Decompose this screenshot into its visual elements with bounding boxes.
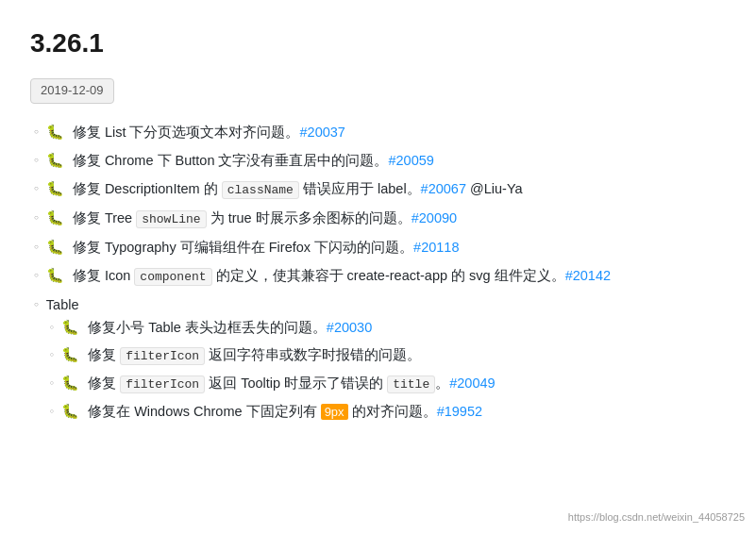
bug-icon: 🐛	[46, 267, 64, 283]
issue-link[interactable]: #20037	[300, 125, 345, 140]
item-text: 🐛 修复 filterIcon 返回字符串或数字时报错的问题。	[61, 343, 496, 367]
bullet: ○	[34, 183, 39, 195]
issue-link[interactable]: #20049	[449, 375, 495, 391]
code-filtericon2: filterIcon	[120, 375, 205, 393]
issue-link[interactable]: #19952	[437, 404, 482, 419]
bullet: ○	[34, 155, 39, 167]
code-title: title	[387, 375, 435, 393]
list-item: ○ 🐛 修复 Tree showLine 为 true 时展示多余图标的问题。#…	[30, 207, 726, 230]
issue-link[interactable]: #20059	[388, 153, 433, 168]
bullet: ○	[50, 377, 54, 388]
bug-icon: 🐛	[46, 152, 64, 168]
item-text: 🐛 修复 List 下分页选项文本对齐问题。#20037	[46, 121, 726, 143]
list-item: ○ 🐛 修复 DescriptionItem 的 className 错误应用于…	[30, 177, 726, 201]
bullet: ○	[34, 126, 39, 139]
table-sub-list: ○ 🐛 修复小号 Table 表头边框丢失的问题。#20030 ○ 🐛 修复 f…	[46, 316, 496, 423]
list-item: ○ 🐛 修复小号 Table 表头边框丢失的问题。#20030	[46, 316, 496, 339]
issue-link[interactable]: #20030	[327, 320, 372, 335]
issue-link[interactable]: #20067	[421, 181, 466, 196]
item-text: 🐛 修复小号 Table 表头边框丢失的问题。#20030	[61, 316, 496, 339]
bug-icon: 🐛	[46, 124, 64, 140]
code-component: component	[134, 268, 211, 286]
item-text: 🐛 修复 Chrome 下 Button 文字没有垂直居中的问题。#20059	[46, 149, 726, 172]
changelog-list: ○ 🐛 修复 List 下分页选项文本对齐问题。#20037 ○ 🐛 修复 Ch…	[30, 121, 726, 427]
page-title: 3.26.1	[30, 23, 726, 65]
list-item: ○ 🐛 修复 filterIcon 返回字符串或数字时报错的问题。	[46, 343, 496, 367]
issue-link[interactable]: #20142	[565, 268, 611, 283]
list-item: ○ 🐛 修复 List 下分页选项文本对齐问题。#20037	[30, 121, 726, 143]
bullet: ○	[50, 406, 54, 416]
code-showline: showLine	[136, 210, 206, 228]
issue-link[interactable]: #20118	[413, 240, 459, 255]
bug-icon: 🐛	[46, 180, 64, 196]
date-badge: 2019-12-09	[30, 78, 114, 104]
bullet: ○	[34, 242, 39, 254]
list-item-table-section: ○ Table ○ 🐛 修复小号 Table 表头边框丢失的问题。#20030 …	[30, 293, 726, 427]
list-item: ○ 🐛 修复在 Windows Chrome 下固定列有 9px 的对齐问题。#…	[46, 400, 496, 423]
section-label: Table	[46, 297, 79, 312]
table-section: Table ○ 🐛 修复小号 Table 表头边框丢失的问题。#20030 ○ …	[46, 293, 496, 427]
bug-icon: 🐛	[61, 319, 79, 335]
issue-link[interactable]: #20090	[412, 210, 457, 225]
bullet: ○	[34, 270, 39, 282]
item-text: 🐛 修复 filterIcon 返回 Tooltip 时显示了错误的 title…	[61, 372, 496, 395]
bug-icon: 🐛	[61, 403, 79, 419]
footer-url: https://blog.csdn.net/weixin_44058725	[568, 509, 745, 526]
bullet: ○	[34, 212, 39, 225]
list-item: ○ 🐛 修复 filterIcon 返回 Tooltip 时显示了错误的 tit…	[46, 372, 496, 395]
item-text: 🐛 修复 Tree showLine 为 true 时展示多余图标的问题。#20…	[46, 207, 726, 230]
bullet: ○	[50, 349, 54, 359]
bug-icon: 🐛	[46, 239, 64, 255]
list-item: ○ 🐛 修复 Chrome 下 Button 文字没有垂直居中的问题。#2005…	[30, 149, 726, 172]
item-text: 🐛 修复 Typography 可编辑组件在 Firefox 下闪动的问题。#2…	[46, 236, 726, 259]
item-text: 🐛 修复 Icon component 的定义，使其兼容于 create-rea…	[46, 264, 726, 288]
code-classname: className	[222, 181, 299, 199]
bug-icon: 🐛	[46, 209, 64, 225]
list-item: ○ 🐛 修复 Icon component 的定义，使其兼容于 create-r…	[30, 264, 726, 288]
item-text: 🐛 修复 DescriptionItem 的 className 错误应用于 l…	[46, 177, 726, 201]
bullet: ○	[34, 299, 39, 311]
item-text: 🐛 修复在 Windows Chrome 下固定列有 9px 的对齐问题。#19…	[61, 400, 496, 423]
bullet: ○	[50, 322, 54, 332]
bug-icon: 🐛	[61, 375, 79, 391]
code-filtericon: filterIcon	[120, 347, 205, 365]
bug-icon: 🐛	[61, 346, 79, 362]
highlight-9px: 9px	[321, 404, 348, 420]
list-item: ○ 🐛 修复 Typography 可编辑组件在 Firefox 下闪动的问题。…	[30, 236, 726, 259]
